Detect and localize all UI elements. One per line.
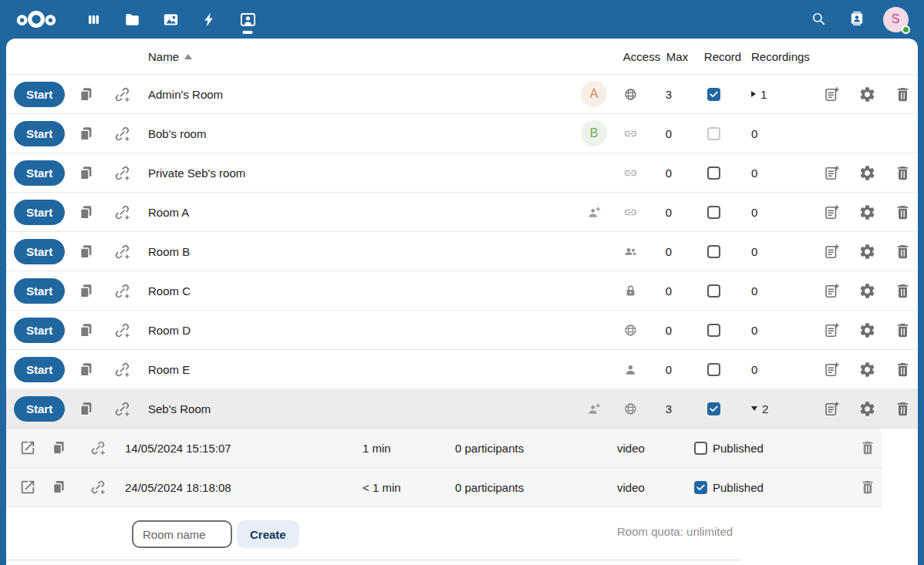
record-checkbox[interactable] [707,88,720,101]
app-menu-item-activity[interactable] [190,0,228,39]
delete-recording-button[interactable] [859,439,876,456]
room-details-button[interactable] [823,361,841,378]
room-settings-button[interactable] [858,86,876,103]
record-checkbox[interactable] [707,245,720,258]
app-menu-item-dashboard[interactable] [74,0,113,39]
room-details-button[interactable] [823,400,841,418]
share-room-link-button[interactable] [113,361,131,378]
delete-room-button[interactable] [894,361,912,378]
recordings-toggle[interactable]: 0 [736,206,801,219]
room-details-button[interactable] [823,243,841,261]
published-checkbox[interactable] [694,481,707,494]
room-settings-button[interactable] [858,400,876,418]
copy-room-link-button[interactable] [77,282,95,300]
create-room-button[interactable]: Create [237,520,299,548]
room-settings-button[interactable] [858,243,876,261]
recordings-toggle[interactable]: 0 [736,166,801,180]
room-row[interactable]: Start Room D 0 0 [6,311,918,350]
record-checkbox[interactable] [707,324,720,337]
copy-room-link-button[interactable] [77,321,95,339]
delete-room-button[interactable] [894,203,912,221]
room-settings-button[interactable] [858,164,876,182]
start-room-button[interactable]: Start [14,357,65,382]
delete-room-button[interactable] [894,400,912,418]
room-row[interactable]: Start Room B 0 0 [6,232,918,271]
room-details-button[interactable] [823,164,841,182]
room-row[interactable]: Start Room C 0 0 [6,271,918,311]
copy-room-link-button[interactable] [77,361,95,378]
record-checkbox[interactable] [707,166,720,180]
share-room-link-button[interactable] [113,400,131,418]
share-recording-link-button[interactable] [89,479,106,496]
room-row[interactable]: Start Room A 0 0 [6,193,918,232]
nextcloud-logo[interactable] [15,8,57,30]
delete-room-button[interactable] [894,243,912,261]
room-details-button[interactable] [823,86,841,103]
start-room-button[interactable]: Start [14,160,65,186]
room-settings-button[interactable] [858,203,876,221]
published-checkbox[interactable] [694,442,707,455]
share-room-link-button[interactable] [113,203,131,221]
room-row[interactable]: Start Private Seb's room 0 0 [6,153,918,193]
room-row[interactable]: Start Admin's Room A 3 1 [6,75,918,114]
room-details-button[interactable] [823,282,841,300]
recordings-toggle[interactable]: 0 [736,245,801,258]
share-room-link-button[interactable] [113,125,131,143]
app-menu-item-files[interactable] [113,0,151,39]
share-room-link-button[interactable] [113,282,131,300]
delete-recording-button[interactable] [859,479,876,496]
room-row[interactable]: Start Seb's Room 3 2 [6,389,918,429]
room-settings-button[interactable] [858,282,876,300]
record-checkbox[interactable] [707,206,720,219]
start-room-button[interactable]: Start [14,82,65,107]
contacts-button[interactable] [838,0,876,39]
recordings-toggle[interactable]: 0 [736,363,801,376]
record-checkbox[interactable] [707,402,720,415]
record-checkbox[interactable] [707,284,720,298]
copy-room-link-button[interactable] [77,203,95,221]
copy-room-link-button[interactable] [77,164,95,182]
room-details-button[interactable] [823,203,841,221]
copy-recording-link-button[interactable] [50,479,67,496]
app-menu-item-photos[interactable] [151,0,190,39]
delete-room-button[interactable] [894,282,912,300]
search-button[interactable] [799,0,838,39]
recording-row[interactable]: 24/05/2024 18:18:08 < 1 min 0 participan… [6,468,882,507]
recordings-toggle[interactable]: 0 [736,324,801,337]
copy-room-link-button[interactable] [77,400,95,418]
recording-row[interactable]: 14/05/2024 15:15:07 1 min 0 participants… [6,429,882,468]
delete-room-button[interactable] [894,86,912,103]
start-room-button[interactable]: Start [14,121,65,146]
share-room-link-button[interactable] [113,86,131,103]
share-room-link-button[interactable] [113,321,131,339]
start-room-button[interactable]: Start [14,278,65,304]
column-header-name[interactable]: Name [148,50,574,63]
start-room-button[interactable]: Start [14,396,65,422]
open-recording-button[interactable] [19,439,36,456]
copy-room-link-button[interactable] [77,243,95,261]
recordings-toggle[interactable]: 0 [736,127,801,140]
share-recording-link-button[interactable] [89,439,106,456]
recordings-toggle[interactable]: 1 [736,88,801,101]
share-room-link-button[interactable] [113,243,131,261]
copy-room-link-button[interactable] [77,86,95,103]
app-menu-item-bbb[interactable] [228,0,267,39]
start-room-button[interactable]: Start [14,318,65,343]
room-settings-button[interactable] [858,321,876,339]
user-avatar[interactable]: S [876,0,915,39]
recordings-toggle[interactable]: 0 [736,284,801,298]
delete-room-button[interactable] [894,321,912,339]
room-details-button[interactable] [823,321,841,339]
start-room-button[interactable]: Start [14,239,65,264]
share-room-link-button[interactable] [113,164,131,182]
copy-recording-link-button[interactable] [50,439,67,456]
record-checkbox[interactable] [707,363,720,376]
room-row[interactable]: Start Room E 0 0 [6,350,918,389]
copy-room-link-button[interactable] [77,125,95,143]
delete-room-button[interactable] [894,164,912,182]
open-recording-button[interactable] [19,479,36,496]
room-row[interactable]: Start Bob's room B 0 0 [6,114,918,153]
room-settings-button[interactable] [858,361,876,378]
recordings-toggle[interactable]: 2 [736,402,801,415]
record-checkbox[interactable] [707,127,720,140]
